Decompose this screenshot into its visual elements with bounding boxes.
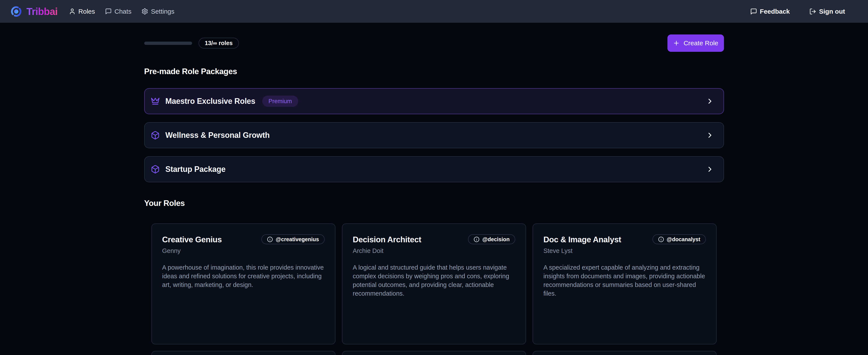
chevron-right-icon [706, 97, 714, 105]
user-icon [69, 8, 75, 15]
info-icon [658, 236, 664, 242]
card-head: Creative Genius @creativegenius [162, 234, 324, 244]
role-card-doc-image-analyst[interactable]: Doc & Image Analyst @docanalyst Steve Ly… [532, 224, 717, 345]
brand-name: Tribbai [26, 6, 58, 17]
package-icon [151, 131, 160, 140]
nav-item-roles[interactable]: Roles [69, 8, 95, 15]
role-card-partial[interactable] [342, 351, 526, 355]
role-subtitle: Steve Lyst [544, 247, 706, 255]
role-card-partial[interactable] [532, 351, 717, 355]
sign-out-icon [809, 8, 816, 15]
role-description: A powerhouse of imagination, this role p… [162, 263, 324, 289]
role-title: Decision Architect [353, 234, 421, 244]
chevron-right-icon [706, 131, 714, 139]
feedback-label: Feedback [760, 8, 790, 15]
package-row-startup[interactable]: Startup Package [144, 156, 724, 182]
package-list: Maestro Exclusive Roles Premium Wellness… [144, 88, 724, 182]
chat-bubble-icon [105, 8, 112, 15]
package-title: Startup Package [165, 165, 226, 174]
nav-item-label: Roles [79, 8, 95, 15]
card-head: Doc & Image Analyst @docanalyst [544, 234, 706, 244]
package-title: Wellness & Personal Growth [165, 131, 270, 140]
info-icon [474, 236, 479, 242]
sign-out-button[interactable]: Sign out [809, 8, 845, 15]
roles-progress-bar [144, 41, 192, 45]
create-role-button[interactable]: Create Role [668, 34, 724, 52]
role-handle-badge[interactable]: @docanalyst [652, 234, 706, 244]
chat-bubble-icon [750, 8, 757, 15]
package-row-maestro[interactable]: Maestro Exclusive Roles Premium [144, 88, 724, 114]
nav-right: Feedback Sign out [750, 8, 845, 15]
role-handle-badge[interactable]: @creativegenius [261, 234, 324, 244]
chevron-right-icon [706, 165, 714, 173]
info-icon [267, 236, 273, 242]
role-subtitle: Archie Doit [353, 247, 515, 255]
create-role-label: Create Role [683, 39, 718, 47]
role-handle: @decision [482, 236, 509, 242]
role-cards-grid-partial [144, 351, 724, 355]
role-cards-grid: Creative Genius @creativegenius Genny A … [144, 224, 724, 345]
role-description: A logical and structured guide that help… [353, 263, 515, 298]
packages-heading: Pre-made Role Packages [144, 67, 724, 76]
roles-page: Tribbai Roles Chats Settings [0, 0, 868, 355]
sign-out-label: Sign out [819, 8, 845, 15]
gear-icon [142, 8, 148, 15]
premium-badge: Premium [262, 96, 298, 107]
nav-item-label: Settings [151, 8, 174, 15]
main-content: 13/∞ roles Create Role Pre-made Role Pac… [144, 34, 724, 355]
role-handle-badge[interactable]: @decision [468, 234, 515, 244]
role-handle: @docanalyst [667, 236, 701, 242]
nav-item-settings[interactable]: Settings [142, 8, 174, 15]
top-nav: Tribbai Roles Chats Settings [0, 0, 868, 23]
brand-logo[interactable]: Tribbai [10, 6, 58, 17]
package-title: Maestro Exclusive Roles [165, 97, 255, 106]
role-handle: @creativegenius [276, 236, 319, 242]
package-icon [151, 165, 160, 174]
card-head: Decision Architect @decision [353, 234, 515, 244]
role-title: Creative Genius [162, 234, 222, 244]
role-card-partial[interactable] [151, 351, 336, 355]
crown-icon [151, 97, 160, 106]
your-roles-heading: Your Roles [144, 199, 724, 208]
plus-icon [673, 40, 680, 47]
role-card-creative-genius[interactable]: Creative Genius @creativegenius Genny A … [151, 224, 336, 345]
role-description: A specialized expert capable of analyzin… [544, 263, 706, 298]
roles-count-badge: 13/∞ roles [198, 38, 239, 49]
roles-toolbar: 13/∞ roles Create Role [144, 34, 724, 52]
role-subtitle: Genny [162, 247, 324, 255]
role-title: Doc & Image Analyst [544, 234, 621, 244]
package-row-wellness[interactable]: Wellness & Personal Growth [144, 122, 724, 148]
nav-links: Roles Chats Settings [69, 8, 174, 15]
role-card-decision-architect[interactable]: Decision Architect @decision Archie Doit… [342, 224, 526, 345]
feedback-button[interactable]: Feedback [750, 8, 790, 15]
nav-item-label: Chats [115, 8, 131, 15]
nav-item-chats[interactable]: Chats [105, 8, 131, 15]
tribbai-logo-icon [10, 6, 22, 17]
